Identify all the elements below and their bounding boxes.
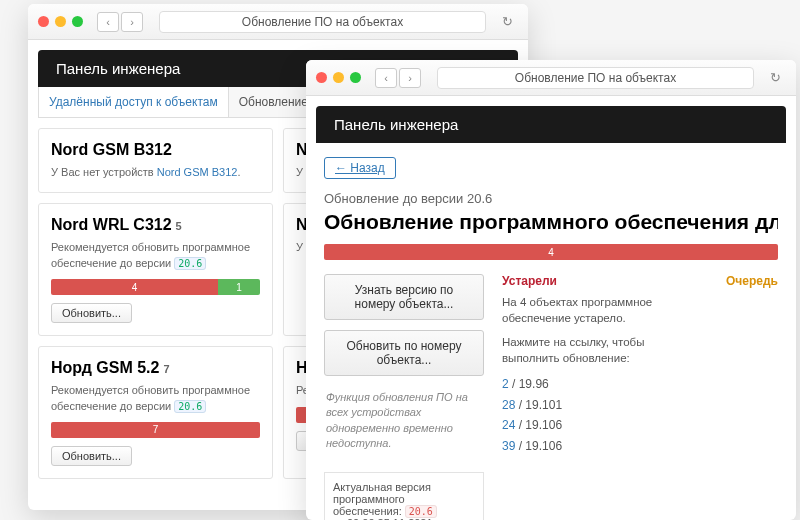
zoom-icon[interactable] <box>350 72 361 83</box>
back-link[interactable]: ← Назад <box>324 157 396 179</box>
header-title: Панель инженера <box>334 116 458 133</box>
update-button[interactable]: Обновить... <box>51 303 132 323</box>
device-text: Рекомендуется обновить программное обесп… <box>51 240 260 271</box>
minimize-icon[interactable] <box>333 72 344 83</box>
header-title: Панель инженера <box>56 60 180 77</box>
check-version-button[interactable]: Узнать версию по номеру объекта... <box>324 274 484 320</box>
version-badge: 20.6 <box>174 257 206 270</box>
bar-current: 1 <box>218 279 260 295</box>
progress-bar: 7 <box>51 422 260 438</box>
summary-bar: 4 <box>324 244 778 260</box>
queue-title: Очередь <box>726 274 778 288</box>
address-bar[interactable]: Обновление ПО на объектах <box>159 11 486 33</box>
version-badge: 20.6 <box>174 400 206 413</box>
progress-bar: 4 1 <box>51 279 260 295</box>
nav-buttons: ‹ › <box>375 68 421 88</box>
close-icon[interactable] <box>316 72 327 83</box>
nav-back-button[interactable]: ‹ <box>97 12 119 32</box>
object-list-item: 28 / 19.101 <box>502 395 686 415</box>
titlebar: ‹ › Обновление ПО на объектах ↻ <box>306 60 796 96</box>
device-title: Норд GSM 5.27 <box>51 359 260 377</box>
object-list-item: 39 / 19.106 <box>502 436 686 456</box>
device-card: Nord GSM B312 У Вас нет устройств Nord G… <box>38 128 273 193</box>
update-button[interactable]: Обновить... <box>51 446 132 466</box>
update-by-number-button[interactable]: Обновить по номеру объекта... <box>324 330 484 376</box>
header-bar: Панель инженера <box>316 106 786 143</box>
bar-outdated: 7 <box>51 422 260 438</box>
window-controls <box>38 16 83 27</box>
nav-buttons: ‹ › <box>97 12 143 32</box>
version-date: от 00:00 25.11.2021 <box>333 517 433 520</box>
tab-remote-access[interactable]: Удалённый доступ к объектам <box>39 87 229 117</box>
device-text: Рекомендуется обновить программное обесп… <box>51 383 260 414</box>
address-bar[interactable]: Обновление ПО на объектах <box>437 67 754 89</box>
window-front: ‹ › Обновление ПО на объектах ↻ Панель и… <box>306 60 796 520</box>
object-link[interactable]: 24 <box>502 418 515 432</box>
object-list-item: 24 / 19.106 <box>502 415 686 435</box>
detail-columns: Узнать версию по номеру объекта... Обнов… <box>324 274 778 520</box>
status-column: Устарели На 4 объектах программное обесп… <box>502 274 778 456</box>
device-title: Nord GSM B312 <box>51 141 260 159</box>
page-subtitle: Обновление до версии 20.6 <box>324 191 778 206</box>
object-list: 2 / 19.9628 / 19.10124 / 19.10639 / 19.1… <box>502 374 686 456</box>
address-text: Обновление ПО на объектах <box>242 15 403 29</box>
page-title: Обновление программного обеспечения для … <box>324 210 778 234</box>
stale-hint: Нажмите на ссылку, чтобы выполнить обнов… <box>502 334 686 366</box>
current-version-box: Актуальная версия программного обеспечен… <box>324 472 484 520</box>
refresh-icon[interactable]: ↻ <box>502 14 518 29</box>
detail-content: ← Назад Обновление до версии 20.6 Обновл… <box>306 143 796 520</box>
minimize-icon[interactable] <box>55 16 66 27</box>
nav-forward-button[interactable]: › <box>399 68 421 88</box>
close-icon[interactable] <box>38 16 49 27</box>
stale-desc: На 4 объектах программное обеспечение ус… <box>502 294 686 326</box>
window-controls <box>316 72 361 83</box>
actions-column: Узнать версию по номеру объекта... Обнов… <box>324 274 484 520</box>
device-text: У Вас нет устройств Nord GSM B312. <box>51 165 260 180</box>
bulk-update-note: Функция обновления ПО на всех устройства… <box>324 386 484 456</box>
device-title: Nord WRL C3125 <box>51 216 260 234</box>
device-link[interactable]: Nord GSM B312 <box>157 166 238 178</box>
object-link[interactable]: 2 <box>502 377 509 391</box>
object-link[interactable]: 39 <box>502 439 515 453</box>
bar-outdated: 4 <box>51 279 218 295</box>
refresh-icon[interactable]: ↻ <box>770 70 786 85</box>
device-card: Норд GSM 5.27 Рекомендуется обновить про… <box>38 346 273 479</box>
nav-forward-button[interactable]: › <box>121 12 143 32</box>
titlebar: ‹ › Обновление ПО на объектах ↻ <box>28 4 528 40</box>
device-card: Nord WRL C3125 Рекомендуется обновить пр… <box>38 203 273 336</box>
address-text: Обновление ПО на объектах <box>515 71 676 85</box>
stale-title: Устарели <box>502 274 686 288</box>
object-list-item: 2 / 19.96 <box>502 374 686 394</box>
object-link[interactable]: 28 <box>502 398 515 412</box>
zoom-icon[interactable] <box>72 16 83 27</box>
nav-back-button[interactable]: ‹ <box>375 68 397 88</box>
